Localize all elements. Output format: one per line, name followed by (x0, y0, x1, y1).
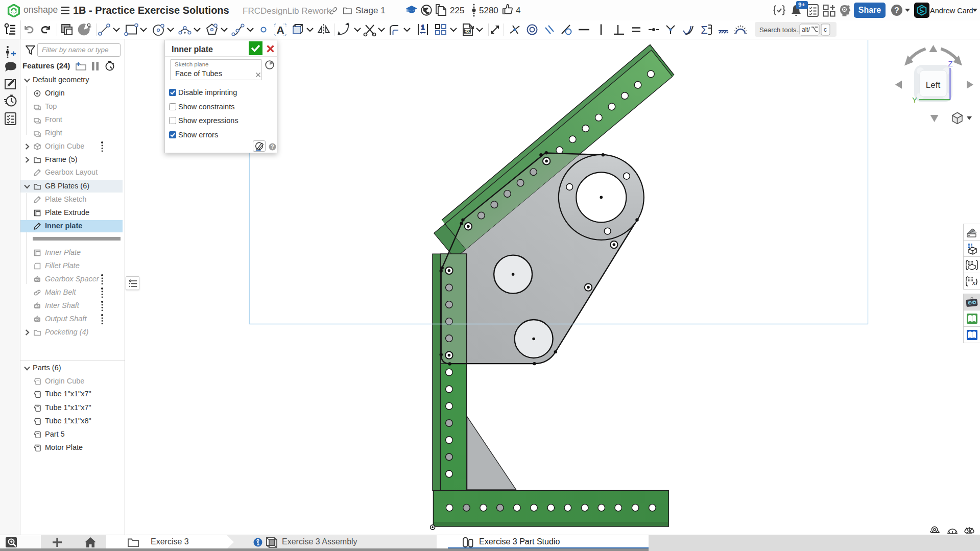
svg-text:c: c (824, 26, 827, 33)
svg-text:?: ? (271, 143, 274, 150)
svg-text:?: ? (894, 6, 899, 15)
svg-text:Y: Y (912, 95, 917, 104)
svg-text:A: A (276, 24, 284, 36)
svg-text:x: x (972, 279, 975, 286)
svg-text:Search tools...: Search tools... (759, 26, 802, 34)
svg-text:Left: Left (926, 80, 941, 90)
svg-text:1: 1 (421, 24, 425, 31)
svg-text:Σ: Σ (701, 23, 708, 36)
svg-text:Z: Z (948, 59, 952, 68)
svg-text:DXF: DXF (464, 30, 471, 33)
svg-text:alt/: alt/ (802, 26, 810, 33)
